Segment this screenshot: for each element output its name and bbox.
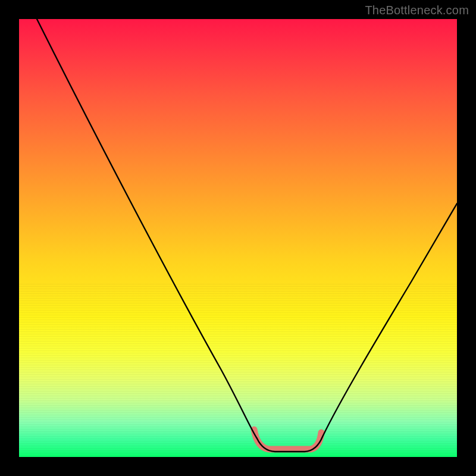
highlight-band-path	[254, 430, 321, 449]
watermark-text: TheBottleneck.com	[365, 4, 469, 17]
curve-path	[37, 19, 457, 452]
plot-area	[19, 19, 457, 457]
bottleneck-curve	[19, 19, 457, 457]
chart-frame: TheBottleneck.com	[0, 0, 476, 476]
